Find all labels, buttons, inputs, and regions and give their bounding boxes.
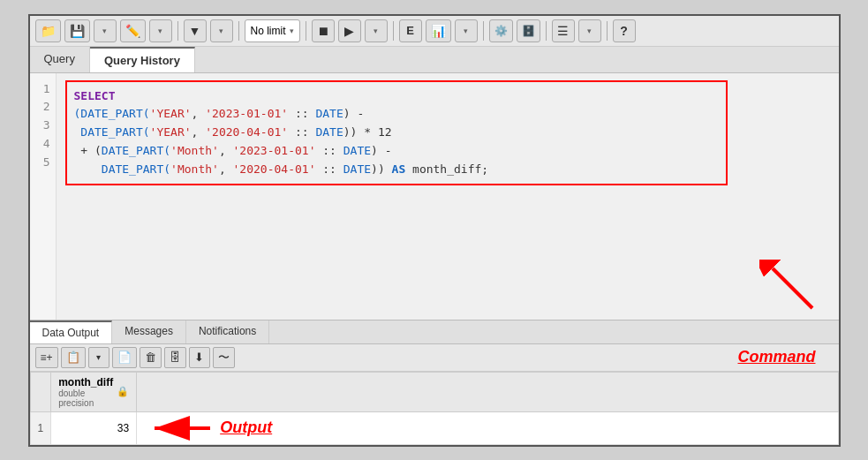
- line-numbers: 1 2 3 4 5: [30, 73, 57, 320]
- output-toolbar: ≡+ 📋 ▾ 📄 🗑 🗄 ⬇ 〜 Command: [30, 344, 839, 372]
- code-line-2: (DATE_PART('YEAR', '2023-01-01' :: DATE)…: [74, 105, 720, 124]
- line-num-2: 2: [35, 98, 50, 117]
- edit-dropdown-button[interactable]: ▾: [149, 19, 172, 42]
- separator-4: [393, 21, 394, 41]
- row-num-cell: 1: [30, 411, 51, 444]
- output-tabs-bar: Data Output Messages Notifications: [30, 320, 839, 344]
- trend-button[interactable]: 〜: [213, 347, 235, 368]
- chart-button[interactable]: 📊: [426, 19, 451, 42]
- explain-button[interactable]: E: [399, 19, 422, 42]
- code-line-1: SELECT: [74, 87, 720, 106]
- line-num-3: 3: [35, 117, 50, 135]
- scratch2-button[interactable]: 🗄️: [517, 19, 540, 42]
- separator-1: [177, 21, 178, 41]
- toolbar: 📁 💾 ▾ ✏️ ▾ ▼ ▾ No limit ▾ ⏹ ▶ ▾ E 📊 ▾ ⚙️…: [30, 16, 839, 47]
- line-num-4: 4: [35, 135, 50, 154]
- add-row-button[interactable]: ≡+: [35, 347, 58, 368]
- editor-wrapper: 1 2 3 4 5 SELECT (DATE_PART('YEAR', '202…: [30, 73, 839, 320]
- separator-3: [306, 21, 306, 41]
- code-line-4: + (DATE_PART('Month', '2023-01-01' :: DA…: [74, 142, 720, 161]
- separator-2: [238, 21, 239, 41]
- tab-messages[interactable]: Messages: [112, 320, 186, 343]
- code-line-5: DATE_PART('Month', '2020-04-01' :: DATE)…: [74, 161, 720, 179]
- tab-notifications[interactable]: Notifications: [186, 320, 269, 343]
- filter-dropdown-button[interactable]: ▾: [210, 19, 233, 42]
- list-button[interactable]: ☰: [552, 19, 575, 42]
- stop-button[interactable]: ⏹: [312, 19, 335, 42]
- code-block: SELECT (DATE_PART('YEAR', '2023-01-01' :…: [65, 80, 728, 186]
- editor-annotation: [751, 73, 839, 320]
- value-cell-month-diff: 33: [51, 411, 137, 444]
- separator-5: [483, 21, 484, 41]
- open-folder-button[interactable]: 📁: [35, 19, 61, 42]
- output-label: Output: [220, 419, 272, 437]
- help-button[interactable]: ?: [613, 19, 636, 42]
- download-button[interactable]: ⬇: [189, 347, 210, 368]
- paste-button[interactable]: 📄: [112, 347, 137, 368]
- tab-query-history[interactable]: Query History: [90, 47, 195, 72]
- left-arrow-svg: [144, 416, 215, 441]
- code-editor[interactable]: SELECT (DATE_PART('YEAR', '2023-01-01' :…: [57, 73, 751, 320]
- lock-icon: 🔒: [117, 386, 129, 397]
- main-window: 📁 💾 ▾ ✏️ ▾ ▼ ▾ No limit ▾ ⏹ ▶ ▾ E 📊 ▾ ⚙️…: [28, 14, 841, 447]
- play-dropdown-button[interactable]: ▾: [365, 19, 388, 42]
- copy-button[interactable]: 📋: [61, 347, 86, 368]
- command-label: Command: [737, 348, 833, 366]
- svg-line-1: [773, 268, 812, 308]
- data-table: month_diff double precision 🔒 1: [30, 372, 839, 445]
- empty-col-header: [137, 372, 838, 411]
- tab-data-output[interactable]: Data Output: [30, 320, 113, 343]
- separator-7: [607, 21, 608, 41]
- line-num-5: 5: [35, 154, 50, 172]
- separator-6: [546, 21, 547, 41]
- no-limit-dropdown[interactable]: No limit ▾: [245, 19, 300, 42]
- col-header-month-diff: month_diff double precision 🔒: [51, 372, 137, 411]
- delete-button[interactable]: 🗑: [140, 347, 162, 368]
- data-table-area: month_diff double precision 🔒 1: [30, 372, 839, 445]
- scratch1-button[interactable]: ⚙️: [489, 19, 513, 42]
- tab-query[interactable]: Query: [30, 47, 90, 72]
- up-arrow-svg: [759, 260, 830, 313]
- col-name: month_diff: [58, 376, 113, 388]
- code-line-3: DATE_PART('YEAR', '2020-04-01' :: DATE))…: [74, 124, 720, 142]
- copy-dropdown-button[interactable]: ▾: [88, 347, 109, 368]
- table-row: 1 33: [30, 411, 838, 444]
- no-limit-label: No limit: [251, 25, 286, 37]
- play-button[interactable]: ▶: [338, 19, 361, 42]
- db-button[interactable]: 🗄: [164, 347, 186, 368]
- output-annotation-cell: Output: [137, 411, 838, 444]
- bottom-panel: Data Output Messages Notifications ≡+ 📋 …: [30, 320, 839, 445]
- line-num-1: 1: [35, 80, 50, 99]
- row-num-header: [30, 372, 51, 411]
- edit-button[interactable]: ✏️: [120, 19, 146, 42]
- no-limit-caret: ▾: [290, 26, 294, 35]
- value-33: 33: [117, 422, 129, 434]
- save-dropdown-button[interactable]: ▾: [94, 19, 117, 42]
- list-dropdown-button[interactable]: ▾: [578, 19, 601, 42]
- save-button[interactable]: 💾: [64, 19, 90, 42]
- query-tabs: Query Query History: [30, 47, 839, 73]
- chart-dropdown-button[interactable]: ▾: [455, 19, 478, 42]
- filter-button[interactable]: ▼: [184, 19, 207, 42]
- col-type: double precision: [58, 388, 113, 408]
